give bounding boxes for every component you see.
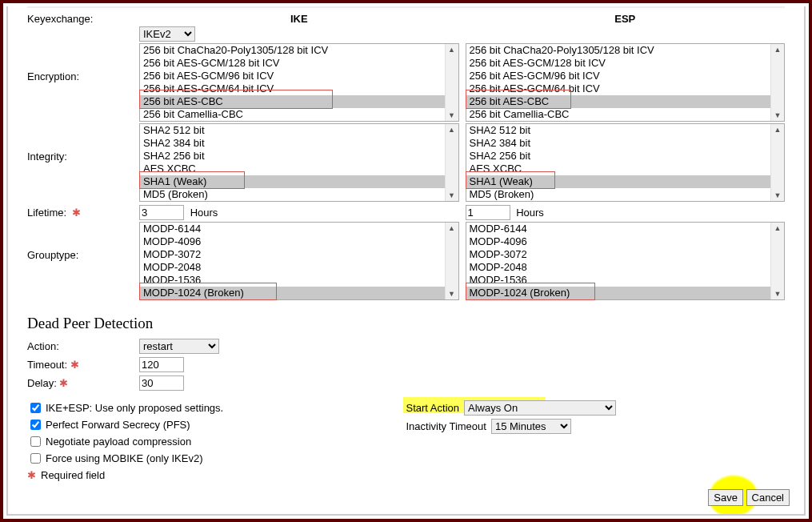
list-item[interactable]: 256 bit AES-GCM/64 bit ICV (140, 82, 445, 95)
list-item[interactable]: MD5 (Broken) (140, 188, 445, 201)
esp-header: ESP (466, 11, 786, 28)
list-item[interactable]: MODP-3072 (466, 248, 771, 261)
scroll-up-icon[interactable]: ▲ (448, 44, 455, 55)
scroll-up-icon[interactable]: ▲ (448, 124, 455, 135)
esp-lifetime-input[interactable] (466, 205, 510, 220)
ike-lifetime-input[interactable] (139, 205, 184, 220)
list-item[interactable]: SHA2 512 bit (466, 124, 771, 137)
list-item[interactable]: MODP-1536 (466, 274, 771, 287)
list-item[interactable]: 256 bit AES-GCM/96 bit ICV (140, 70, 445, 82)
esp-integrity-listbox[interactable]: SHA2 512 bitSHA2 384 bitSHA2 256 bitAES … (466, 123, 786, 202)
label-timeout: Timeout: ✱ (27, 357, 139, 371)
list-item[interactable]: 256 bit ChaCha20-Poly1305/128 bit ICV (466, 44, 771, 57)
list-item[interactable]: SHA1 (Weak) (140, 175, 445, 188)
scrollbar[interactable]: ▲▼ (770, 124, 784, 201)
label-grouptype: Grouptype: (27, 222, 139, 261)
form-panel: Keyexchange: IKE ESP IKEv2 Encryption: (6, 6, 806, 516)
chk-mobike[interactable] (30, 453, 41, 464)
list-item[interactable]: SHA1 (Weak) (466, 175, 771, 188)
list-item[interactable]: MODP-2048 (140, 261, 445, 274)
dpd-timeout-row: Timeout: ✱ (27, 357, 785, 372)
start-action-select[interactable]: Always On (464, 400, 616, 416)
checkbox-group: IKE+ESP: Use only proposed settings. Per… (27, 399, 406, 483)
list-item[interactable]: 256 bit AES-GCM/128 bit ICV (466, 57, 771, 70)
list-item[interactable]: SHA2 256 bit (140, 150, 445, 163)
keyexchange-select[interactable]: IKEv2 (139, 26, 195, 42)
scroll-up-icon[interactable]: ▲ (448, 223, 455, 234)
chk-ike-esp-only-row: IKE+ESP: Use only proposed settings. (27, 400, 406, 416)
scroll-down-icon[interactable]: ▼ (774, 190, 782, 201)
ike-column-header: IKE (139, 11, 459, 28)
ike-grouptype-listbox[interactable]: MODP-6144MODP-4096MODP-3072MODP-2048MODP… (139, 222, 459, 300)
esp-grouptype-listbox[interactable]: MODP-6144MODP-4096MODP-3072MODP-2048MODP… (466, 222, 786, 300)
scroll-up-icon[interactable]: ▲ (774, 124, 782, 135)
required-legend: ✱ Required field (27, 469, 406, 481)
list-item[interactable]: 256 bit AES-GCM/64 bit ICV (466, 82, 771, 95)
list-item[interactable]: 256 bit AES-GCM/128 bit ICV (140, 57, 445, 70)
hours-label: Hours (190, 207, 218, 219)
dpd-delay-input[interactable] (139, 375, 184, 391)
list-item[interactable]: MODP-6144 (466, 223, 771, 235)
scroll-up-icon[interactable]: ▲ (774, 223, 782, 234)
list-item[interactable]: MODP-1024 (Broken) (140, 287, 445, 299)
scroll-down-icon[interactable]: ▼ (774, 288, 782, 299)
scroll-up-icon[interactable]: ▲ (774, 44, 782, 55)
list-item[interactable]: SHA2 384 bit (140, 137, 445, 150)
list-item[interactable]: 256 bit Camellia-CBC (466, 108, 771, 121)
hours-label: Hours (516, 207, 544, 219)
app-frame: Keyexchange: IKE ESP IKEv2 Encryption: (0, 0, 812, 522)
divider (27, 6, 785, 8)
scroll-down-icon[interactable]: ▼ (448, 190, 455, 201)
lifetime-row: Lifetime: ✱ Hours Hours (27, 205, 785, 220)
ike-integrity-listbox[interactable]: SHA2 512 bitSHA2 384 bitSHA2 256 bitAES … (139, 123, 459, 202)
esp-encryption-listbox[interactable]: 256 bit ChaCha20-Poly1305/128 bit ICV256… (466, 43, 786, 122)
inactivity-select[interactable]: 15 Minutes (491, 419, 571, 434)
list-item[interactable]: SHA2 384 bit (466, 137, 771, 150)
list-item[interactable]: 256 bit Camellia-CBC (140, 108, 445, 121)
list-item[interactable]: SHA2 512 bit (140, 124, 445, 137)
required-star-icon: ✱ (59, 377, 68, 389)
list-item[interactable]: MODP-1536 (140, 274, 445, 287)
keyexchange-label: Keyexchange: (27, 13, 93, 25)
list-item[interactable]: MODP-6144 (140, 223, 445, 235)
save-button[interactable]: Save (708, 489, 743, 506)
required-star-icon: ✱ (70, 359, 79, 371)
list-item[interactable]: MD5 (Broken) (466, 188, 771, 201)
label-delay: Delay: ✱ (27, 375, 139, 389)
list-item[interactable]: 256 bit ChaCha20-Poly1305/128 bit ICV (140, 44, 445, 57)
list-item[interactable]: 256 bit AES-CBC (466, 95, 771, 108)
list-item[interactable]: AES XCBC (466, 163, 771, 175)
ike-encryption-listbox[interactable]: 256 bit ChaCha20-Poly1305/128 bit ICV256… (139, 43, 459, 122)
integrity-row: Integrity: SHA2 512 bitSHA2 384 bitSHA2 … (27, 123, 785, 202)
chk-ike-esp-only-label: IKE+ESP: Use only proposed settings. (46, 402, 223, 414)
list-item[interactable]: 256 bit AES-CBC (140, 95, 445, 108)
chk-pfs[interactable] (30, 420, 41, 430)
scroll-down-icon[interactable]: ▼ (448, 110, 455, 121)
scrollbar[interactable]: ▲▼ (445, 124, 458, 201)
list-item[interactable]: AES XCBC (140, 163, 445, 175)
list-item[interactable]: MODP-4096 (466, 235, 771, 248)
scrollbar[interactable]: ▲▼ (445, 44, 458, 121)
scroll-down-icon[interactable]: ▼ (448, 288, 455, 299)
list-item[interactable]: MODP-1024 (Broken) (466, 287, 771, 299)
chk-payload-comp-row: Negotiate payload compression (27, 434, 406, 449)
chk-pfs-row: Perfect Forward Secrecy (PFS) (27, 417, 406, 432)
scrollbar[interactable]: ▲▼ (445, 223, 458, 299)
chk-ike-esp-only[interactable] (30, 403, 41, 413)
chk-mobike-label: Force using MOBIKE (only IKEv2) (46, 452, 203, 464)
scrollbar[interactable]: ▲▼ (770, 44, 784, 121)
label-lifetime: Lifetime: ✱ (27, 205, 139, 219)
list-item[interactable]: MODP-4096 (140, 235, 445, 248)
chk-payload-comp[interactable] (30, 436, 41, 447)
list-item[interactable]: SHA2 256 bit (466, 150, 771, 163)
dpd-timeout-input[interactable] (139, 357, 184, 372)
list-item[interactable]: MODP-3072 (140, 248, 445, 261)
cancel-button[interactable]: Cancel (746, 489, 790, 506)
scroll-down-icon[interactable]: ▼ (774, 110, 782, 121)
dpd-action-select[interactable]: restart (139, 339, 219, 354)
column-headers-row: Keyexchange: IKE ESP (27, 11, 785, 28)
list-item[interactable]: 256 bit AES-GCM/96 bit ICV (466, 70, 771, 82)
integrity-label: Integrity: (27, 151, 67, 163)
scrollbar[interactable]: ▲▼ (770, 223, 784, 299)
list-item[interactable]: MODP-2048 (466, 261, 771, 274)
